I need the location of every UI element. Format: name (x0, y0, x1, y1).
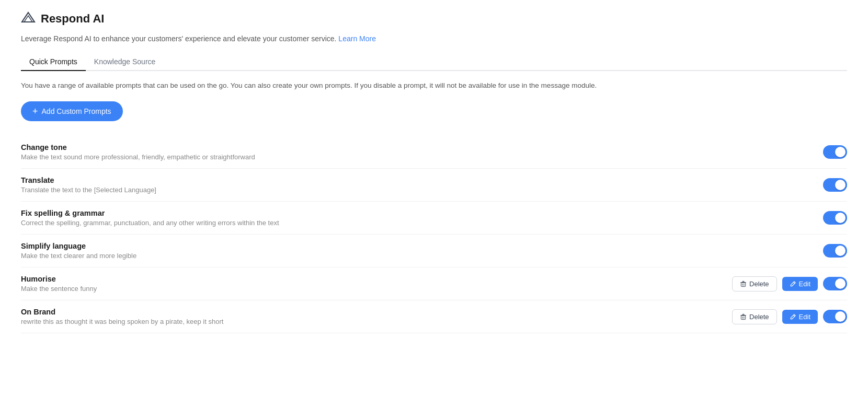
delete-button-on-brand[interactable]: Delete (732, 309, 777, 324)
prompt-item-fix-spelling: Fix spelling & grammar Correct the spell… (21, 202, 847, 235)
prompt-info-on-brand: On Brand rewrite this as thought it was … (21, 308, 732, 325)
pencil-icon (790, 313, 796, 320)
toggle-on-brand[interactable] (823, 310, 847, 323)
trash-icon (740, 281, 747, 287)
plus-icon: + (32, 107, 38, 116)
page-header: Respond AI (21, 10, 847, 27)
prompt-actions-change-tone (823, 145, 847, 159)
prompt-name-translate: Translate (21, 176, 823, 184)
subtitle: Leverage Respond AI to enhance your cust… (21, 34, 847, 43)
prompt-item-humorise: Humorise Make the sentence funny Delete (21, 267, 847, 300)
prompt-item-on-brand: On Brand rewrite this as thought it was … (21, 300, 847, 333)
prompt-item-simplify-language: Simplify language Make the text clearer … (21, 235, 847, 267)
learn-more-link[interactable]: Learn More (338, 34, 376, 43)
add-custom-prompts-button[interactable]: + Add Custom Prompts (21, 101, 123, 121)
prompt-desc-on-brand: rewrite this as thought it was being spo… (21, 318, 732, 325)
prompt-desc-change-tone: Make the text sound more professional, f… (21, 153, 823, 161)
tab-knowledge-source[interactable]: Knowledge Source (86, 53, 164, 71)
prompt-actions-fix-spelling (823, 211, 847, 225)
svg-line-11 (793, 315, 794, 316)
prompt-info-simplify-language: Simplify language Make the text clearer … (21, 242, 823, 260)
toggle-translate[interactable] (823, 178, 847, 192)
svg-rect-8 (741, 316, 745, 319)
logo-icon (21, 10, 36, 27)
toggle-change-tone[interactable] (823, 145, 847, 159)
prompt-actions-translate (823, 178, 847, 192)
prompt-info-change-tone: Change tone Make the text sound more pro… (21, 143, 823, 161)
toggle-humorise[interactable] (823, 277, 847, 290)
toggle-simplify-language[interactable] (823, 244, 847, 258)
prompt-actions-humorise: Delete Edit (732, 276, 847, 291)
edit-button-humorise[interactable]: Edit (782, 277, 818, 291)
tab-quick-prompts[interactable]: Quick Prompts (21, 53, 86, 71)
prompt-item-change-tone: Change tone Make the text sound more pro… (21, 136, 847, 169)
prompt-actions-on-brand: Delete Edit (732, 309, 847, 324)
prompt-desc-humorise: Make the sentence funny (21, 285, 732, 293)
edit-button-on-brand[interactable]: Edit (782, 310, 818, 324)
prompt-info-humorise: Humorise Make the sentence funny (21, 275, 732, 293)
prompt-name-fix-spelling: Fix spelling & grammar (21, 209, 823, 217)
tab-bar: Quick Prompts Knowledge Source (21, 53, 847, 71)
prompt-desc-translate: Translate the text to the [Selected Lang… (21, 186, 823, 194)
prompt-item-translate: Translate Translate the text to the [Sel… (21, 169, 847, 202)
prompt-info-translate: Translate Translate the text to the [Sel… (21, 176, 823, 194)
prompt-name-change-tone: Change tone (21, 143, 823, 151)
prompt-info-fix-spelling: Fix spelling & grammar Correct the spell… (21, 209, 823, 227)
prompt-desc-simplify-language: Make the text clearer and more legible (21, 252, 823, 260)
delete-button-humorise[interactable]: Delete (732, 276, 777, 291)
section-description: You have a range of available prompts th… (21, 80, 847, 91)
page-title: Respond AI (41, 12, 104, 26)
prompt-desc-fix-spelling: Correct the spelling, grammar, punctuati… (21, 219, 823, 227)
prompt-actions-simplify-language (823, 244, 847, 258)
prompt-list: Change tone Make the text sound more pro… (21, 136, 847, 333)
svg-rect-3 (741, 283, 745, 286)
svg-line-6 (793, 282, 794, 283)
svg-marker-0 (22, 13, 35, 22)
prompt-name-simplify-language: Simplify language (21, 242, 823, 250)
trash-icon (740, 313, 747, 320)
pencil-icon (790, 281, 796, 287)
prompt-name-humorise: Humorise (21, 275, 732, 283)
toggle-fix-spelling[interactable] (823, 211, 847, 225)
prompt-name-on-brand: On Brand (21, 308, 732, 316)
